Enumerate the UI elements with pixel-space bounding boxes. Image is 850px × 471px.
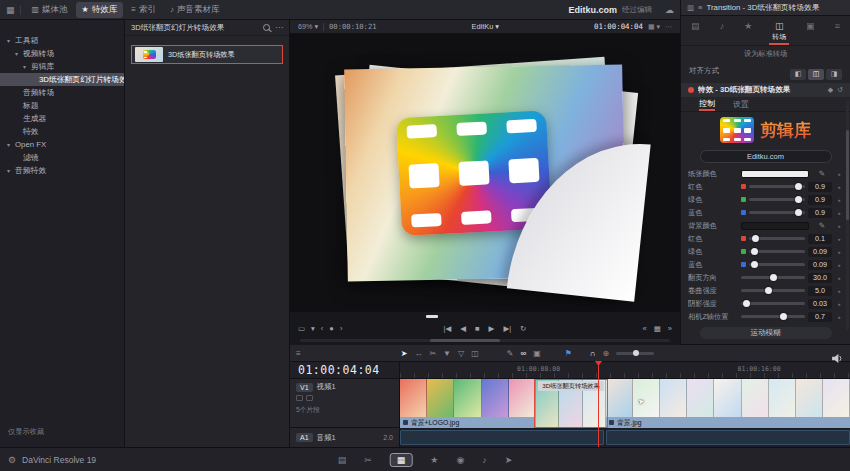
keyframe-icon[interactable]: ◆	[828, 86, 833, 94]
select-tool-icon[interactable]: ➤	[401, 349, 408, 358]
viewer-scale-icon[interactable]: ▭	[298, 324, 305, 333]
playhead[interactable]	[598, 361, 599, 447]
panel-toggle-index[interactable]: ≡索引	[125, 2, 162, 18]
image-tab[interactable]: ▣	[803, 20, 818, 32]
effect-enable-toggle[interactable]	[688, 87, 694, 93]
sidebar-item[interactable]: 滤镜	[0, 151, 124, 164]
keyframe-dot-icon[interactable]: ●	[835, 262, 843, 268]
favorites-filter[interactable]: 仅显示收藏	[8, 427, 44, 437]
media-page-button[interactable]: ▤	[338, 455, 347, 465]
sidebar-item[interactable]: 音频转场	[0, 86, 124, 99]
step-forward-icon[interactable]: ▶|	[503, 324, 511, 333]
param-value[interactable]: 0.09	[808, 260, 832, 270]
razor-tool-icon[interactable]: ✂	[429, 349, 436, 358]
next-clip-icon[interactable]: ›	[340, 324, 343, 333]
sidebar-item[interactable]: ▾音频特效	[0, 164, 124, 177]
sidebar-item[interactable]: 标题	[0, 99, 124, 112]
inspector-subtab-controls[interactable]: 控制	[699, 97, 715, 111]
clip-bg-logo[interactable]: 背景+LOGO.jpg	[400, 379, 536, 428]
timeline-name-select[interactable]: EditKu ▾	[382, 22, 589, 31]
edit-page-button[interactable]: ▦	[390, 453, 413, 467]
param-slider[interactable]	[749, 263, 805, 266]
set-standard-transition-link[interactable]: 设为标准转场	[681, 46, 850, 61]
param-slider[interactable]	[741, 302, 805, 305]
match-frame-icon[interactable]: «	[643, 324, 647, 333]
param-value[interactable]: 0.09	[808, 247, 832, 257]
transition-clip[interactable]: 3D纸张翻页转场效果	[536, 379, 606, 428]
sidebar-item[interactable]: ▾Open FX	[0, 138, 124, 151]
transition-tab[interactable]: ◫转场	[769, 20, 789, 45]
fullscreen-icon[interactable]: »	[668, 324, 672, 333]
overwrite-clip-icon[interactable]: ▽	[458, 349, 464, 358]
editku-site-button[interactable]: Editku.com	[700, 150, 832, 163]
prev-clip-icon[interactable]: ‹	[321, 324, 324, 333]
keyframe-dot-icon[interactable]: ●	[835, 288, 843, 294]
param-value[interactable]: 5.0	[808, 286, 832, 296]
audio-clip-bg-logo[interactable]	[400, 430, 604, 445]
lock-icon[interactable]: ▣	[533, 349, 541, 358]
eyedropper-icon[interactable]: ✎	[812, 169, 832, 178]
param-value[interactable]: 30.0	[808, 273, 832, 283]
color-page-button[interactable]: ◉	[456, 455, 464, 465]
sidebar-item[interactable]: ▾工具箱	[0, 34, 124, 47]
transition-list-item[interactable]: 3D纸张翻页转场效果	[131, 45, 283, 64]
track-v1-chip[interactable]: V1	[296, 383, 313, 392]
inspector-menu-icon[interactable]: ≡	[698, 3, 702, 12]
effects-tab[interactable]: ★	[741, 20, 755, 32]
param-slider[interactable]	[749, 237, 805, 240]
param-slider[interactable]	[749, 198, 805, 201]
color-swatch[interactable]	[741, 170, 809, 178]
sidebar-item[interactable]: 3D纸张翻页幻灯片转场效果	[0, 73, 124, 86]
inspector-grid-icon[interactable]: ▥	[687, 3, 694, 12]
keyframe-dot-icon[interactable]: ●	[835, 197, 843, 203]
chevron-down-icon[interactable]: ▾	[23, 63, 31, 70]
chevron-down-icon[interactable]: ▾	[7, 167, 15, 174]
go-to-start-icon[interactable]: |◀	[444, 324, 452, 333]
chevron-down-icon[interactable]: ▾	[7, 37, 15, 44]
flag-icon[interactable]: ⚑	[565, 349, 572, 358]
viewer-more-icon[interactable]: ⋯	[665, 23, 672, 31]
track-enable-icon[interactable]	[296, 395, 303, 401]
file-tab[interactable]: ≡	[832, 20, 843, 32]
replace-clip-icon[interactable]: ◫	[471, 349, 479, 358]
keyframe-dot-icon[interactable]: ●	[835, 223, 843, 229]
fairlight-page-button[interactable]: ♪	[482, 455, 487, 465]
jog-dot-icon[interactable]: ●	[329, 324, 334, 333]
zoom-icon[interactable]: ⊕	[603, 349, 610, 358]
reset-icon[interactable]: ↺	[837, 86, 843, 94]
chevron-down-icon[interactable]: ▾	[7, 141, 15, 148]
search-icon[interactable]	[263, 24, 270, 31]
param-slider[interactable]	[741, 289, 805, 292]
alignment-option-icon[interactable]: ◧	[790, 69, 806, 80]
keyframe-dot-icon[interactable]: ●	[835, 184, 843, 190]
inspector-scrollbar[interactable]	[846, 100, 849, 330]
param-value[interactable]: 0.9	[808, 195, 832, 205]
param-value[interactable]: 0.7	[808, 312, 832, 322]
viewer-grid-icon[interactable]: ▦	[654, 324, 661, 333]
keyframe-dot-icon[interactable]: ●	[835, 171, 843, 177]
track-header-v1[interactable]: V1 视频1 5个片段	[290, 379, 399, 428]
step-back-icon[interactable]: ◀	[460, 324, 466, 333]
panel-toggle-sound-library[interactable]: ♪声音素材库	[164, 2, 226, 18]
track-lock-icon[interactable]	[306, 395, 313, 401]
param-value[interactable]: 0.9	[808, 208, 832, 218]
loop-icon[interactable]: ↻	[520, 324, 526, 333]
keyframe-dot-icon[interactable]: ●	[835, 210, 843, 216]
color-swatch[interactable]	[741, 222, 809, 230]
track-a1-chip[interactable]: A1	[296, 433, 313, 442]
timeline-ruler[interactable]: 01:00:08:0001:00:16:00	[400, 362, 850, 378]
window-layout-icon[interactable]: ▦	[6, 5, 15, 15]
param-value[interactable]: 0.9	[808, 182, 832, 192]
alignment-option-icon[interactable]: ◨	[826, 69, 842, 80]
viewer-timecode[interactable]: 01:00:04:04	[594, 22, 643, 31]
settings-gear-icon[interactable]: ⚙	[8, 455, 16, 465]
scale-dropdown-icon[interactable]: ▾	[311, 324, 315, 333]
timeline-tracks-area[interactable]: 背景+LOGO.jpg 3D纸张翻页转场效果 背景.jpg	[400, 379, 850, 447]
zoom-slider[interactable]	[616, 352, 654, 355]
sidebar-item[interactable]: 特效	[0, 125, 124, 138]
alignment-option-icon[interactable]: ◫	[808, 69, 824, 80]
pen-tool-icon[interactable]: ✎	[507, 349, 514, 358]
param-slider[interactable]	[741, 315, 805, 318]
keyframe-dot-icon[interactable]: ●	[835, 314, 843, 320]
param-value[interactable]: 0.1	[808, 234, 832, 244]
